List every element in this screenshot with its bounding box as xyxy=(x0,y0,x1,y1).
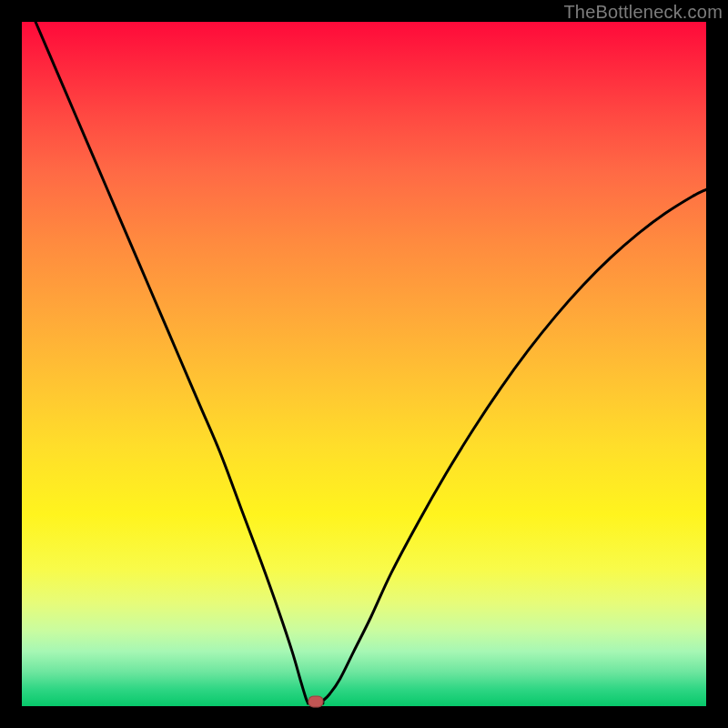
chart-background-gradient xyxy=(22,22,706,706)
chart-frame xyxy=(22,22,706,706)
valley-marker xyxy=(308,696,324,708)
watermark-text: TheBottleneck.com xyxy=(563,2,723,23)
